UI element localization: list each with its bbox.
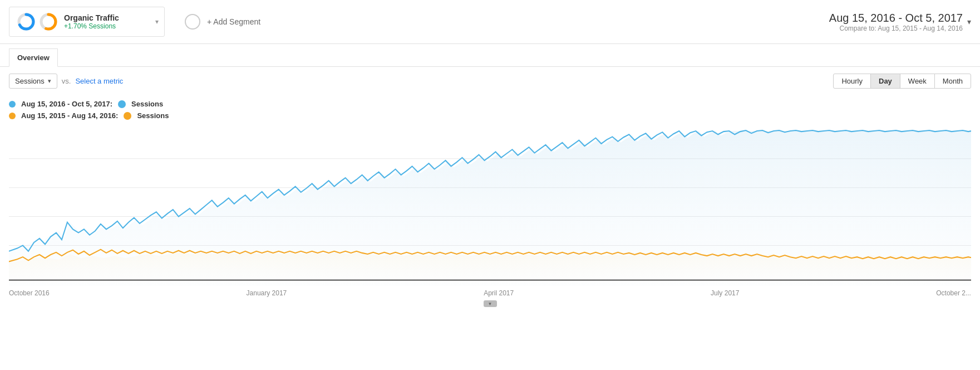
legend-area: Aug 15, 2016 - Oct 5, 2017: Sessions Aug… [0,95,980,130]
blue-donut-icon [16,12,36,32]
date-range-info: Aug 15, 2016 - Oct 5, 2017 Compare to: A… [829,12,963,32]
x-label-oct2016: October 2016 [9,289,50,297]
metric-label: Sessions [15,77,45,85]
scrollbar-area [0,297,980,310]
legend-row-2: Aug 15, 2015 - Aug 14, 2016: Sessions [9,111,971,120]
vs-label: vs. [62,77,71,85]
x-label-apr2017: April 2017 [484,289,514,297]
legend-metric-2: Sessions [137,111,169,120]
x-label-oct2: October 2... [936,289,971,297]
metric-dropdown-arrow-icon: ▾ [48,77,51,85]
svg-point-4 [185,14,200,29]
segment-card[interactable]: Organic Traffic +1.70% Sessions ▾ [9,7,165,37]
x-label-jan2017: January 2017 [247,289,287,297]
legend-dot-blue-inline [118,100,126,108]
chart-container [0,130,980,286]
select-metric-link[interactable]: Select a metric [75,77,123,85]
time-btn-hourly[interactable]: Hourly [833,74,871,89]
add-segment-label: + Add Segment [207,17,260,26]
segment-name: Organic Traffic [64,13,119,22]
add-segment-circle-icon [183,12,203,32]
tabs-bar: Overview [0,44,980,67]
top-bar: Organic Traffic +1.70% Sessions ▾ + Add … [0,0,980,44]
date-range-compare: Compare to: Aug 15, 2015 - Aug 14, 2016 [840,25,963,32]
time-btn-month[interactable]: Month [934,74,971,89]
compare-label: Compare to: [840,25,876,32]
scrollbar-handle[interactable] [484,300,497,307]
x-axis-labels: October 2016 January 2017 April 2017 Jul… [0,286,980,297]
legend-metric-1: Sessions [131,100,163,108]
legend-row-1: Aug 15, 2016 - Oct 5, 2017: Sessions [9,100,971,108]
chart-svg [9,130,971,286]
date-range-chevron-icon: ▾ [967,17,971,26]
legend-dot-blue [9,101,16,108]
date-range[interactable]: Aug 15, 2016 - Oct 5, 2017 Compare to: A… [829,12,971,32]
time-btn-day[interactable]: Day [870,74,900,89]
compare-range: Aug 15, 2015 - Aug 14, 2016 [878,25,963,32]
orange-donut-icon [38,12,58,32]
metric-dropdown[interactable]: Sessions ▾ [9,74,57,89]
tab-overview[interactable]: Overview [9,48,58,67]
legend-dot-orange-inline [124,112,131,120]
date-range-main: Aug 15, 2016 - Oct 5, 2017 [829,12,963,25]
controls-bar: Sessions ▾ vs. Select a metric Hourly Da… [0,67,980,95]
segment-chevron-icon: ▾ [155,18,159,26]
legend-dot-orange [9,113,16,119]
x-label-jul2017: July 2017 [711,289,739,297]
time-btn-week[interactable]: Week [900,74,935,89]
legend-date-2: Aug 15, 2015 - Aug 14, 2016: [21,111,118,120]
segment-icons [16,12,58,32]
metric-selector: Sessions ▾ vs. Select a metric [9,74,123,89]
segment-info: Organic Traffic +1.70% Sessions [64,13,119,30]
legend-date-1: Aug 15, 2016 - Oct 5, 2017: [21,100,112,108]
segment-stat: +1.70% Sessions [64,22,119,30]
add-segment-card[interactable]: + Add Segment [174,7,285,36]
time-buttons: Hourly Day Week Month [833,74,971,89]
